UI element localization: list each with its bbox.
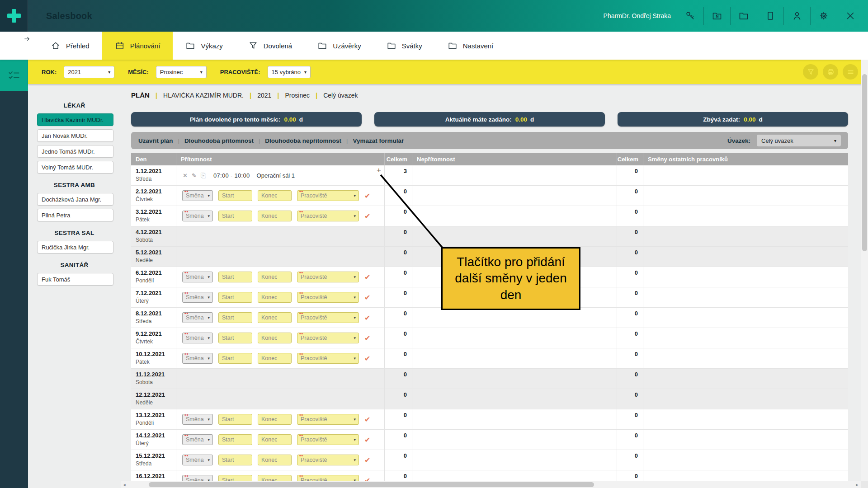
shift-type-select[interactable]: Směna▾	[182, 211, 213, 221]
folder-n-icon[interactable]: N	[711, 10, 723, 22]
folder-icon[interactable]	[738, 10, 750, 22]
edit-shift-icon[interactable]: ✎	[192, 172, 197, 179]
start-time-input[interactable]: Start	[218, 434, 252, 445]
end-time-input[interactable]: Konec	[258, 333, 292, 343]
sidebar-item-pilna-petra[interactable]: Pilná Petra	[37, 209, 113, 221]
tab-planovani[interactable]: Plánování	[102, 32, 173, 60]
tab-svatky[interactable]: Svátky	[374, 32, 435, 60]
sidebar-item-jedno-tomas-mudr-[interactable]: Jedno Tomáš MUDr.	[37, 145, 113, 158]
confirm-check-icon[interactable]: ✔	[364, 456, 370, 465]
start-time-input[interactable]: Start	[218, 333, 252, 343]
shift-type-select[interactable]: Směna▾	[182, 455, 213, 465]
end-time-input[interactable]: Konec	[258, 414, 292, 425]
tab-nastaveni[interactable]: Nastavení	[435, 32, 506, 60]
tab-vykazy[interactable]: Výkazy	[173, 32, 235, 60]
key-icon[interactable]	[684, 10, 696, 22]
start-time-input[interactable]: Start	[218, 475, 252, 481]
delete-shift-icon[interactable]: ✕	[183, 172, 188, 179]
start-time-input[interactable]: Start	[218, 190, 252, 201]
shift-type-select[interactable]: Směna▾	[182, 190, 213, 201]
print-button[interactable]	[823, 64, 838, 80]
menu-button[interactable]	[843, 64, 858, 80]
workplace-select[interactable]: Pracoviště▾	[297, 353, 359, 364]
sidebar-item-dochazkova-jana-mgr-[interactable]: Docházková Jana Mgr.	[37, 193, 113, 206]
shift-type-select[interactable]: Směna▾	[182, 333, 213, 343]
end-time-input[interactable]: Konec	[258, 455, 292, 465]
sidebar-item-hlavicka-kazimir-mudr-[interactable]: Hlavička Kazimír MUDr.	[37, 113, 113, 126]
add-shift-button[interactable]: +	[377, 166, 381, 174]
end-time-input[interactable]: Konec	[258, 312, 292, 323]
start-time-input[interactable]: Start	[218, 272, 252, 282]
scroll-right-arrow[interactable]: ►	[854, 483, 861, 487]
horizontal-scrollbar[interactable]: ◄ ►	[121, 481, 861, 488]
uvazek-select[interactable]: Celý úvazek ▾	[757, 135, 841, 146]
gear-icon[interactable]	[818, 10, 830, 22]
sidebar-item-fuk-tomas[interactable]: Fuk Tomáš	[37, 273, 113, 286]
confirm-check-icon[interactable]: ✔	[364, 476, 370, 481]
confirm-check-icon[interactable]: ✔	[364, 212, 370, 221]
workplace-select[interactable]: Pracoviště▾	[297, 414, 359, 425]
workplace-select[interactable]: Pracoviště▾	[297, 211, 359, 221]
end-time-input[interactable]: Konec	[258, 353, 292, 364]
confirm-check-icon[interactable]: ✔	[364, 293, 370, 302]
start-time-input[interactable]: Start	[218, 211, 252, 221]
workplace-select[interactable]: Pracoviště▾	[297, 292, 359, 303]
shift-type-select[interactable]: Směna▾	[182, 353, 213, 364]
vertical-scrollbar-thumb[interactable]	[862, 74, 867, 251]
copy-shift-icon[interactable]: ⎘	[201, 172, 206, 179]
end-time-input[interactable]: Konec	[258, 292, 292, 303]
confirm-check-icon[interactable]: ✔	[364, 314, 370, 322]
end-time-input[interactable]: Konec	[258, 190, 292, 201]
tab-uzaverky[interactable]: Uzávěrky	[305, 32, 374, 60]
window-icon[interactable]	[764, 10, 776, 22]
workplace-select[interactable]: Pracoviště▾	[297, 272, 359, 282]
start-time-input[interactable]: Start	[218, 292, 252, 303]
shift-type-select[interactable]: Směna▾	[182, 434, 213, 445]
start-time-input[interactable]: Start	[218, 455, 252, 465]
workplace-select[interactable]: Pracoviště▾	[297, 434, 359, 445]
workplace-select[interactable]: Pracoviště▾	[297, 455, 359, 465]
dlouhodoba-nepritomnost-button[interactable]: Dlouhodobá nepřítomnost	[265, 137, 341, 144]
end-time-input[interactable]: Konec	[258, 272, 292, 282]
end-time-input[interactable]: Konec	[258, 475, 292, 481]
sidebar-item-volny-tomas-mudr-[interactable]: Volný Tomáš MUDr.	[37, 161, 113, 174]
shift-type-select[interactable]: Směna▾	[182, 414, 213, 425]
uzavrit-plan-button[interactable]: Uzavřít plán	[138, 137, 173, 144]
horizontal-scrollbar-thumb[interactable]	[149, 482, 594, 487]
rok-select[interactable]: 2021▾	[64, 66, 114, 78]
workplace-select[interactable]: Pracoviště▾	[297, 333, 359, 343]
confirm-check-icon[interactable]: ✔	[364, 273, 370, 282]
shift-type-select[interactable]: Směna▾	[182, 475, 213, 481]
start-time-input[interactable]: Start	[218, 414, 252, 425]
workplace-select[interactable]: Pracoviště▾	[297, 475, 359, 481]
workplace-select[interactable]: Pracoviště▾	[297, 190, 359, 201]
vertical-scrollbar[interactable]	[861, 60, 868, 481]
mesic-select[interactable]: Prosinec▾	[156, 66, 207, 78]
pracoviste-select[interactable]: 15 vybráno▾	[268, 66, 311, 78]
confirm-check-icon[interactable]: ✔	[364, 415, 370, 424]
forward-arrow-icon[interactable]	[24, 35, 32, 43]
shift-type-select[interactable]: Směna▾	[182, 292, 213, 303]
tab-dovolena[interactable]: Dovolená	[236, 32, 305, 60]
shift-type-select[interactable]: Směna▾	[182, 312, 213, 323]
tab-prehled[interactable]: Přehled	[38, 32, 102, 60]
dlouhodoba-pritomnost-button[interactable]: Dlouhodobá přítomnost	[184, 137, 254, 144]
confirm-check-icon[interactable]: ✔	[364, 436, 370, 444]
sidebar-item-rucicka-jirka-mgr-[interactable]: Ručička Jirka Mgr.	[37, 241, 113, 253]
workplace-select[interactable]: Pracoviště▾	[297, 312, 359, 323]
vymazat-formular-button[interactable]: Vymazat formulář	[353, 137, 404, 144]
sidebar-item-jan-novak-mudr-[interactable]: Jan Novák MUDr.	[37, 129, 113, 142]
scroll-left-arrow[interactable]: ◄	[121, 483, 128, 487]
close-icon[interactable]	[844, 10, 856, 22]
confirm-check-icon[interactable]: ✔	[364, 334, 370, 343]
filter-button[interactable]	[803, 64, 818, 80]
end-time-input[interactable]: Konec	[258, 211, 292, 221]
checklist-icon[interactable]	[0, 60, 28, 91]
user-icon[interactable]	[791, 10, 803, 22]
confirm-check-icon[interactable]: ✔	[364, 192, 370, 200]
shift-type-select[interactable]: Směna▾	[182, 272, 213, 282]
confirm-check-icon[interactable]: ✔	[364, 354, 370, 363]
start-time-input[interactable]: Start	[218, 312, 252, 323]
end-time-input[interactable]: Konec	[258, 434, 292, 445]
start-time-input[interactable]: Start	[218, 353, 252, 364]
